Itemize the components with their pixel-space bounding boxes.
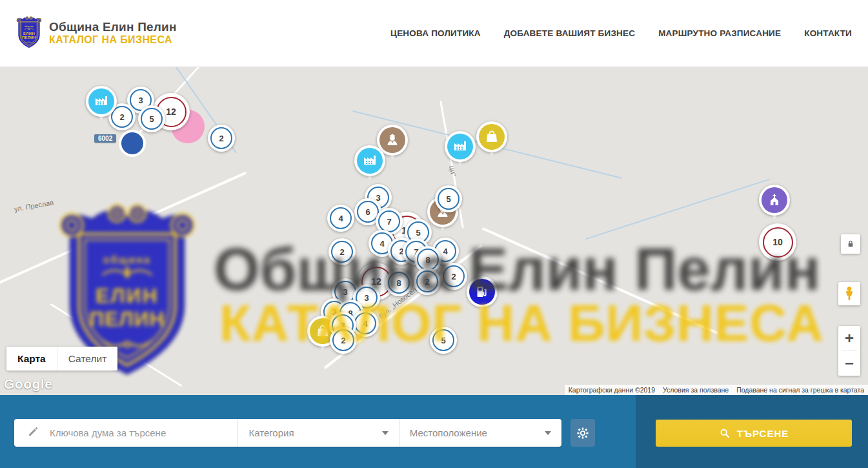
cluster-marker[interactable]: 4 (327, 205, 354, 232)
logo-text: Община Елин Пелин КАТАЛОГ НА БИЗНЕСА (49, 20, 177, 46)
logo-title: Община Елин Пелин (49, 20, 177, 34)
keyword-search-input[interactable] (48, 427, 237, 439)
advanced-settings-button[interactable] (570, 419, 595, 447)
pin-circle (467, 276, 498, 307)
category-pin-marker[interactable] (354, 145, 385, 176)
map-attribution: Картографски данни ©2019Условия за ползв… (565, 385, 868, 395)
attribution-text: Картографски данни ©2019 (565, 385, 659, 395)
pin-circle (86, 86, 117, 117)
site-logo[interactable]: общинаЕЛИНПЕЛИН Община Елин Пелин КАТАЛО… (15, 15, 177, 50)
cluster-marker[interactable]: 2 (208, 125, 235, 152)
search-button-label: ТЪРСЕНЕ (737, 428, 789, 439)
map-view-button[interactable]: Карта (6, 347, 57, 371)
cluster-count: 5 (432, 329, 454, 351)
cluster-marker[interactable]: 2 (328, 238, 356, 265)
cluster-count: 7 (378, 210, 400, 232)
search-bar: Категория Местоположение ТЪРСЕНЕ (0, 395, 868, 468)
cluster-marker[interactable]: 10 (759, 223, 796, 261)
search-icon (719, 427, 731, 439)
cluster-count: 2 (443, 265, 465, 287)
location-select-label: Местоположение (410, 427, 487, 438)
cluster-count: 4 (354, 312, 376, 334)
svg-text:община: община (25, 25, 34, 28)
lock-icon (845, 239, 856, 249)
nav-item[interactable]: МАРШРУТНО РАЗПИСАНИЕ (658, 28, 781, 38)
cluster-count: 2 (416, 270, 438, 292)
page: общинаЕЛИНПЕЛИН Община Елин Пелин КАТАЛО… (0, 0, 868, 468)
cluster-count: 5 (141, 108, 163, 130)
cluster-count: 4 (330, 207, 352, 229)
svg-text:ПЕЛИН: ПЕЛИН (22, 36, 36, 39)
category-select[interactable]: Категория (237, 419, 398, 447)
nav-item[interactable]: ЦЕНОВА ПОЛИТИКА (390, 28, 481, 38)
category-pin-marker[interactable] (445, 131, 476, 162)
cluster-marker[interactable]: 5 (430, 327, 457, 354)
keyword-section (14, 419, 237, 447)
location-select[interactable]: Местоположение (399, 419, 561, 447)
category-pin-marker[interactable] (476, 121, 507, 152)
category-select-label: Категория (248, 427, 294, 438)
map-canvas[interactable]: ул. Преславбул. „Новоселци“ 6002105 1232… (0, 66, 868, 395)
search-panel: Категория Местоположение (14, 419, 561, 447)
nav-item[interactable]: ДОБАВЕТЕ ВАШИЯТ БИЗНЕС (504, 28, 635, 38)
category-pin-marker[interactable] (467, 276, 498, 307)
gear-icon (576, 426, 590, 440)
church-icon (762, 187, 787, 213)
search-button[interactable]: ТЪРСЕНЕ (656, 420, 852, 447)
attribution-link[interactable]: Подаване на сигнал за грешка в картата (732, 385, 868, 395)
cluster-count: 2 (210, 127, 232, 149)
main-nav: ЦЕНОВА ПОЛИТИКАДОБАВЕТЕ ВАШИЯТ БИЗНЕСМАР… (390, 0, 852, 66)
factory-icon (447, 134, 473, 159)
partial-marker-dot[interactable] (121, 132, 143, 154)
pin-circle (354, 145, 385, 176)
street-view-pegman[interactable] (838, 282, 860, 305)
chevron-down-icon (545, 431, 551, 435)
attribution-link[interactable]: Условия за ползване (659, 385, 732, 395)
category-pin-marker[interactable] (86, 86, 117, 117)
lock-button[interactable] (841, 234, 860, 254)
pin-circle (476, 121, 507, 152)
google-logo[interactable]: Google (4, 376, 52, 392)
markers-layer: 12325253641375422748221283338432510 (0, 66, 868, 395)
pin-circle (759, 185, 790, 216)
cluster-marker[interactable]: 2 (330, 327, 357, 354)
municipality-crest-icon: общинаЕЛИНПЕЛИН (15, 15, 43, 50)
zoom-in-button[interactable]: + (838, 326, 860, 351)
cluster-count: 5 (438, 188, 459, 210)
pin-circle (445, 131, 476, 162)
bag-icon (479, 124, 505, 150)
category-pin-marker[interactable] (759, 185, 790, 216)
pegman-icon (842, 285, 857, 302)
cluster-count: 2 (331, 241, 353, 263)
cluster-marker[interactable]: 2 (414, 268, 441, 295)
cluster-count: 8 (417, 249, 439, 270)
map-type-control: Карта Сателит (6, 347, 117, 371)
pencil-icon (27, 425, 39, 440)
cluster-count: 8 (388, 272, 410, 294)
logo-subtitle: КАТАЛОГ НА БИЗНЕСА (49, 34, 177, 46)
zoom-out-button[interactable]: − (838, 351, 860, 376)
fuel-icon (469, 279, 495, 305)
cluster-marker[interactable]: 5 (435, 185, 462, 212)
cluster-marker[interactable]: 5 (138, 105, 165, 132)
cluster-count: 2 (332, 329, 354, 351)
factory-icon (88, 88, 114, 114)
chevron-down-icon (382, 431, 389, 435)
nav-item[interactable]: КОНТАКТИ (804, 28, 852, 38)
header: общинаЕЛИНПЕЛИН Община Елин Пелин КАТАЛО… (0, 0, 868, 67)
factory-icon (357, 148, 383, 174)
satellite-view-button[interactable]: Сателит (57, 347, 117, 371)
zoom-control: + − (838, 326, 860, 376)
cluster-count: 10 (763, 227, 793, 258)
cluster-marker[interactable]: 2 (440, 263, 467, 290)
cluster-marker[interactable]: 8 (385, 269, 412, 296)
svg-text:ЕЛИН: ЕЛИН (23, 32, 35, 36)
